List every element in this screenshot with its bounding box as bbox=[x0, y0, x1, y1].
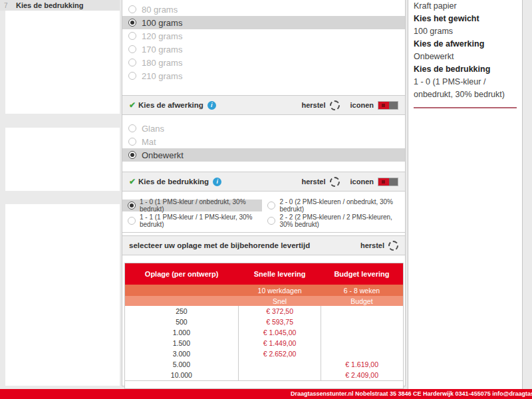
snel-price[interactable]: € 1.045,00 bbox=[239, 327, 321, 338]
budget-price[interactable] bbox=[321, 317, 403, 327]
budget-price[interactable] bbox=[321, 348, 403, 359]
radio-icon[interactable] bbox=[128, 217, 136, 225]
summary-bedrukking-value: 1 - 0 (1 PMS-kleur / onbedrukt, 30% bedr… bbox=[414, 76, 517, 101]
weight-option-label: 120 grams bbox=[142, 31, 182, 41]
refresh-icon[interactable] bbox=[388, 241, 398, 251]
snel-price[interactable]: € 372,50 bbox=[239, 306, 321, 317]
weight-option-180[interactable]: 180 grams bbox=[122, 56, 405, 69]
radio-selected-icon[interactable] bbox=[128, 19, 136, 27]
weight-option-170[interactable]: 170 grams bbox=[122, 43, 405, 56]
budget-price[interactable]: € 2.409,00 bbox=[321, 370, 403, 381]
radio-selected-icon[interactable] bbox=[128, 201, 136, 209]
radio-icon[interactable] bbox=[267, 217, 275, 225]
afwerking-header: ✔ Kies de afwerking i herstel iconen bbox=[122, 95, 405, 115]
snel-price[interactable] bbox=[239, 370, 321, 381]
budget-price[interactable] bbox=[321, 306, 403, 317]
delivery-type-row: Snel Budget bbox=[124, 296, 403, 306]
oplage-value: 10.000 bbox=[124, 370, 239, 381]
col-budget-levering: Budget levering bbox=[321, 263, 403, 285]
radio-icon[interactable] bbox=[267, 201, 275, 209]
bedrukking-option-1-1[interactable]: 1 - 1 (1 PMS-kleur / 1 PMS-kleur, 30% be… bbox=[122, 215, 262, 227]
check-icon: ✔ bbox=[129, 177, 136, 186]
table-row: 5.000 € 1.619,00 bbox=[124, 359, 403, 370]
radio-icon[interactable] bbox=[128, 72, 136, 80]
budget-price[interactable] bbox=[321, 327, 403, 338]
afwerking-option-label: Mat bbox=[142, 137, 156, 147]
weight-option-label: 170 grams bbox=[142, 45, 182, 55]
summary-gewicht-value: 100 grams bbox=[414, 25, 517, 38]
check-icon: ✔ bbox=[129, 100, 136, 110]
radio-icon[interactable] bbox=[128, 59, 136, 66]
divider bbox=[122, 232, 405, 233]
afwerking-option-glans[interactable]: Glans bbox=[122, 122, 405, 135]
bedrukking-options: 1 - 0 (1 PMS-kleur / onbedrukt, 30% bedr… bbox=[122, 200, 405, 227]
refresh-icon[interactable] bbox=[330, 100, 340, 110]
budget-delivery-time: 6 - 8 weken bbox=[321, 285, 403, 296]
summary-afwerking-label: Kies de afwerking bbox=[414, 38, 517, 51]
oplage-value: 5.000 bbox=[124, 359, 239, 370]
bedrukking-option-label: 2 - 0 (2 PMS-kleuren / onbedrukt, 30% be… bbox=[279, 198, 405, 213]
afwerking-option-mat[interactable]: Mat bbox=[122, 135, 405, 148]
info-icon[interactable]: i bbox=[207, 101, 216, 110]
herstel-button[interactable]: herstel bbox=[360, 241, 384, 249]
weight-option-120[interactable]: 120 grams bbox=[122, 29, 405, 43]
col-oplage: Oplage (per ontwerp) bbox=[124, 263, 239, 285]
table-row: 1.500 € 1.449,00 bbox=[124, 338, 403, 348]
oplage-header-title: selecteer uw oplage met de bijbehorende … bbox=[129, 241, 310, 249]
oplage-value: 1.000 bbox=[124, 327, 239, 338]
footer-contact-text: Draagtassenstunter.nl Nobelstraat 35 384… bbox=[291, 390, 532, 397]
iconen-toggle-icon[interactable] bbox=[378, 101, 398, 110]
budget-label: Budget bbox=[321, 296, 403, 306]
selection-summary-panel: Kraft papier Kies het gewicht 100 grams … bbox=[408, 0, 523, 389]
oplage-header: selecteer uw oplage met de bijbehorende … bbox=[122, 235, 405, 255]
footer-bar: Draagtassenstunter.nl Nobelstraat 35 384… bbox=[0, 389, 532, 399]
iconen-button[interactable]: iconen bbox=[350, 101, 374, 109]
afwerking-option-label: Glans bbox=[142, 124, 164, 134]
sidebar-box-gewicht bbox=[5, 11, 120, 114]
configurator-panel: 80 grams 100 grams 120 grams 170 grams 1… bbox=[122, 0, 406, 386]
section-label: Kies de bedrukking bbox=[16, 1, 83, 9]
snel-price[interactable]: € 2.652,00 bbox=[239, 348, 321, 359]
radio-icon[interactable] bbox=[128, 138, 136, 146]
bedrukking-header: ✔ Kies de bedrukking i herstel iconen bbox=[122, 172, 405, 192]
weight-option-label: 210 grams bbox=[142, 71, 182, 81]
radio-icon[interactable] bbox=[128, 45, 136, 53]
iconen-toggle-icon[interactable] bbox=[378, 178, 398, 186]
weight-option-80[interactable]: 80 grams bbox=[122, 3, 405, 16]
section-number: 7 bbox=[0, 2, 16, 9]
snel-price[interactable]: € 593,75 bbox=[239, 317, 321, 327]
radio-icon[interactable] bbox=[128, 32, 136, 40]
bedrukking-option-2-0[interactable]: 2 - 0 (2 PMS-kleuren / onbedrukt, 30% be… bbox=[262, 200, 405, 211]
bedrukking-header-title: Kies de bedrukking bbox=[138, 178, 209, 186]
weight-options: 80 grams 100 grams 120 grams 170 grams 1… bbox=[122, 0, 405, 82]
table-row: 500 € 593,75 bbox=[124, 317, 403, 327]
herstel-button[interactable]: herstel bbox=[301, 101, 325, 109]
table-row: 250 € 372,50 bbox=[124, 306, 403, 317]
weight-option-210[interactable]: 210 grams bbox=[122, 69, 405, 82]
radio-selected-icon[interactable] bbox=[128, 151, 136, 159]
budget-price[interactable] bbox=[321, 338, 403, 348]
weight-option-label: 100 grams bbox=[142, 18, 182, 28]
summary-bedrukking-label: Kies de bedrukking bbox=[414, 63, 517, 76]
table-row: 3.000 € 2.652,00 bbox=[124, 348, 403, 359]
oplage-value: 3.000 bbox=[124, 348, 239, 359]
radio-icon[interactable] bbox=[128, 124, 136, 132]
herstel-button[interactable]: herstel bbox=[301, 178, 325, 186]
refresh-icon[interactable] bbox=[330, 177, 340, 187]
snel-price[interactable] bbox=[239, 359, 321, 370]
bedrukking-option-2-2[interactable]: 2 - 2 (2 PMS-kleuren / 2 PMS-kleuren, 30… bbox=[262, 215, 405, 227]
afwerking-option-onbewerkt[interactable]: Onbewerkt bbox=[122, 148, 405, 162]
info-icon[interactable]: i bbox=[213, 178, 221, 186]
oplage-value: 1.500 bbox=[124, 338, 239, 348]
bedrukking-option-1-0[interactable]: 1 - 0 (1 PMS-kleur / onbedrukt, 30% bedr… bbox=[122, 200, 262, 211]
iconen-button[interactable]: iconen bbox=[350, 178, 374, 186]
summary-material: Kraft papier bbox=[414, 0, 517, 13]
summary-separator bbox=[414, 107, 517, 108]
summary-gewicht-label: Kies het gewicht bbox=[414, 13, 517, 25]
afwerking-options: Glans Mat Onbewerkt bbox=[122, 115, 405, 162]
snel-price[interactable]: € 1.449,00 bbox=[239, 338, 321, 348]
radio-icon[interactable] bbox=[128, 5, 136, 13]
weight-option-100[interactable]: 100 grams bbox=[122, 16, 405, 29]
bedrukking-option-label: 1 - 1 (1 PMS-kleur / 1 PMS-kleur, 30% be… bbox=[140, 213, 262, 228]
budget-price[interactable]: € 1.619,00 bbox=[321, 359, 403, 370]
